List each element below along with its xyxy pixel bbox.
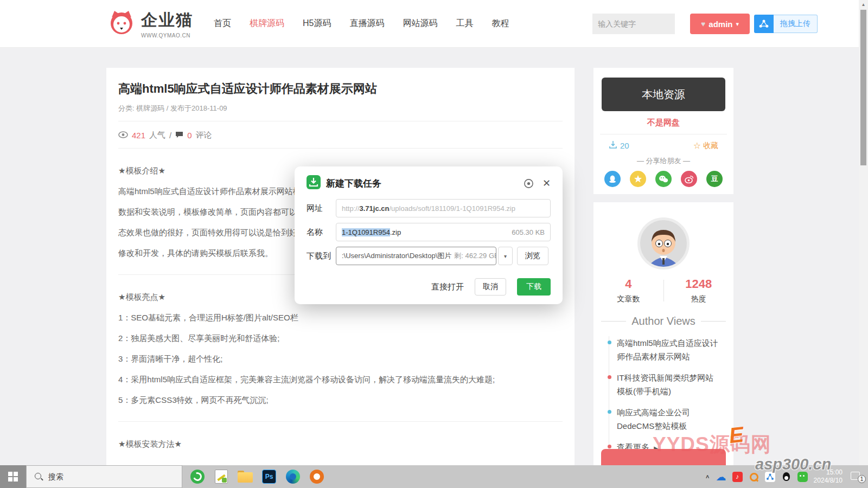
admin-menu-button[interactable]: ♥ admin ▾ [690, 14, 750, 34]
list-item[interactable]: IT科技资讯新闻类织梦网站模板(带手机端) [617, 371, 720, 398]
url-path: /uploads/soft/181109/1-1Q1091R954.zip [389, 204, 515, 213]
nav-live-source[interactable]: 直播源码 [349, 18, 384, 29]
article-meta: 分类: 棋牌源码 / 发布于2018-11-09 [118, 104, 563, 113]
search-input[interactable] [598, 20, 696, 28]
comments-label: 评论 [196, 130, 212, 140]
download-task-icon [307, 175, 321, 191]
nav-site-source[interactable]: 网站源码 [403, 18, 437, 29]
notification-center-icon[interactable]: 1 [851, 470, 864, 483]
taskbar-search-input[interactable] [48, 472, 157, 481]
search-icon [34, 472, 43, 481]
stats-separator: / [169, 131, 171, 140]
close-icon[interactable]: ✕ [542, 178, 551, 188]
bullet-icon [608, 410, 611, 414]
download-button[interactable]: 下载 [517, 278, 551, 296]
taskbar-clock[interactable]: 15:00 2024/8/10 [814, 468, 843, 485]
drag-upload-button[interactable]: 拖拽上传 [754, 15, 818, 33]
wechat-share-icon[interactable] [655, 171, 672, 187]
heat-count: 1248 [664, 277, 734, 291]
free-space: 剩: 462.29 GB [454, 251, 496, 261]
highlight-line: 4：采用html5响应式自适应框架，完美兼容主流浏览器个移动设备访问，解决了移动… [118, 373, 563, 387]
cat-logo-icon [107, 9, 136, 39]
open-directly-button[interactable]: 直接打开 [431, 282, 464, 292]
divider [118, 421, 563, 422]
download-count-button[interactable]: 20 [609, 140, 629, 151]
weibo-share-icon[interactable] [681, 171, 697, 187]
page-scrollbar[interactable]: ▲ [859, 0, 868, 465]
tray-expand-icon[interactable]: ∧ [705, 473, 710, 479]
settings-icon[interactable] [524, 178, 534, 189]
destination-field[interactable]: :\Users\Administrator\Desktop\图片 剩: 462.… [336, 247, 496, 265]
author-views-list: 高端html5响应式自适应设计师作品素材展示网站 IT科技资讯新闻类织梦网站模板… [609, 336, 720, 455]
photoshop-icon[interactable]: Ps [257, 465, 281, 488]
views-label: 人气 [149, 130, 165, 140]
url-field[interactable]: http://3.71jc.cn/uploads/soft/181109/1-1… [336, 199, 551, 217]
divider [600, 134, 727, 134]
url-label: 网址 [307, 203, 336, 214]
douban-share-icon[interactable]: 豆 [706, 171, 723, 187]
heat-count-label: 热度 [664, 294, 734, 304]
notepad-icon[interactable] [209, 465, 233, 488]
start-button[interactable] [0, 465, 26, 488]
author-avatar[interactable] [637, 217, 690, 269]
nav-home[interactable]: 首页 [214, 18, 231, 29]
destination-dropdown-button[interactable]: ▾ [498, 247, 513, 265]
eye-icon [118, 131, 128, 140]
main-nav: 首页 棋牌源码 H5源码 直播源码 网站源码 工具 教程 [214, 18, 509, 29]
social-share-row: 豆 [593, 171, 733, 187]
list-item[interactable]: 高端html5响应式自适应设计师作品素材展示网站 [617, 336, 720, 363]
filename-field[interactable]: 1-1Q1091R954 .zip 605.30 KB [336, 223, 551, 241]
resource-card: 本地资源 不是网盘 20 ☆ 收藏 — 分享给朋友 — 豆 [593, 68, 733, 194]
name-label: 名称 [307, 227, 336, 237]
article-stats: 421 人气 / 0 评论 [118, 130, 563, 140]
system-tray: ∧ ☁ ♪ 15:00 2024/8/10 1 [705, 468, 868, 485]
onedrive-icon[interactable]: ☁ [716, 472, 726, 482]
install-heading: ★模板安装方法★ [118, 437, 563, 451]
header-search[interactable] [592, 14, 675, 34]
divider [118, 148, 563, 149]
list-item[interactable]: 响应式高端企业公司DedeCMS整站模板 [617, 406, 720, 433]
wechat-tray-icon[interactable] [797, 472, 808, 482]
download-icon [609, 140, 617, 151]
qq-share-icon[interactable] [604, 171, 621, 187]
nav-h5-source[interactable]: H5源码 [303, 18, 331, 29]
author-views-title: Author Views [601, 315, 726, 328]
browser-360-icon[interactable] [186, 465, 209, 488]
browse-button[interactable]: 浏览 [517, 247, 548, 265]
cloud-share-tray-icon[interactable] [765, 472, 775, 482]
author-stats: 4 文章数 1248 热度 [593, 277, 733, 304]
windows-taskbar: Ps ∧ ☁ ♪ 15:00 2024/8/10 1 [0, 465, 868, 488]
star-icon: ☆ [693, 140, 701, 151]
logo-subtitle: WWW.QYMAO.CN [141, 33, 193, 38]
download-count: 20 [620, 141, 629, 150]
music-app-icon[interactable]: ♪ [732, 472, 743, 482]
taskbar-search[interactable] [26, 465, 182, 488]
nav-tutorials[interactable]: 教程 [492, 18, 509, 29]
vip-level-icon: ♥ [701, 20, 705, 28]
edge-icon[interactable] [281, 465, 305, 488]
file-size: 605.30 KB [512, 228, 545, 236]
clock-time: 15:00 [814, 468, 843, 477]
scroll-up-arrow[interactable]: ▲ [859, 0, 868, 9]
search-tray-icon[interactable] [749, 472, 759, 482]
nav-board-source[interactable]: 棋牌源码 [250, 18, 284, 29]
not-netdisk-label: 不是网盘 [593, 118, 733, 128]
comment-icon [175, 131, 183, 140]
clock-date: 2024/8/10 [814, 477, 843, 485]
qq-tray-icon[interactable] [781, 472, 792, 482]
qzone-share-icon[interactable] [630, 171, 646, 187]
local-resource-button[interactable]: 本地资源 [602, 78, 725, 111]
drag-upload-label: 拖拽上传 [774, 15, 818, 33]
cancel-button[interactable]: 取消 [475, 278, 506, 296]
nav-tools[interactable]: 工具 [456, 18, 473, 29]
orange-app-icon[interactable] [305, 465, 329, 488]
scrollbar-thumb[interactable] [860, 10, 866, 165]
article-count-label: 文章数 [593, 294, 663, 304]
taskbar-apps: Ps [186, 465, 329, 488]
site-logo[interactable]: 企业猫 WWW.QYMAO.CN [107, 9, 193, 39]
share-title: — 分享给朋友 — [593, 156, 733, 166]
file-explorer-icon[interactable] [233, 465, 257, 488]
favorite-button[interactable]: ☆ 收藏 [693, 140, 718, 151]
url-scheme: http:// [342, 204, 360, 213]
highlight-line: 5：多元素CSS3特效，网页不再死气沉沉; [118, 393, 563, 407]
